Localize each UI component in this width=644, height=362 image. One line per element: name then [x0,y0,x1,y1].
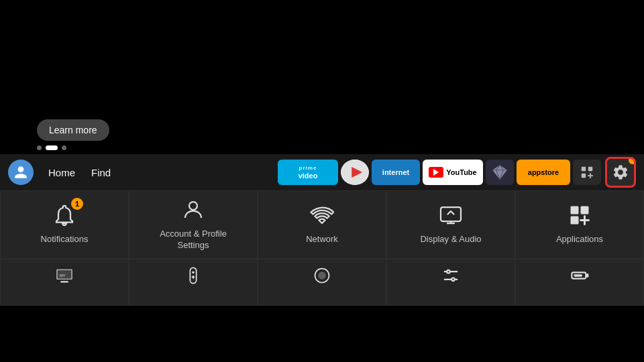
account-icon [181,198,205,222]
internet-tile[interactable]: internet [372,160,420,185]
my-fire-tv-cell[interactable]: MY [0,259,129,306]
svg-rect-11 [60,281,68,282]
display-icon [439,203,463,227]
accessibility-icon-container [570,266,589,285]
appstore-tile[interactable]: appstore [517,160,570,185]
network-cell[interactable]: Network [258,190,386,259]
svg-rect-2 [582,167,586,171]
applications-cell[interactable]: Applications [515,190,644,259]
svg-rect-8 [581,206,589,215]
applications-icon-container [568,203,592,227]
preferences-cell[interactable] [386,259,515,306]
carousel-dots [37,145,66,150]
settings-row-1: 1 Notifications Account & ProfileSetting… [0,190,644,259]
nav-find[interactable]: Find [83,167,119,178]
youtube-tile[interactable]: YouTube [423,160,483,185]
sliders-icon [441,266,460,285]
play-button-tile[interactable] [341,160,369,185]
applications-label: Applications [556,234,603,245]
alexa-icon-container [313,266,331,285]
app-shortcuts: prime video internet YouTube app [278,157,636,188]
svg-text:MY: MY [60,274,66,278]
svg-rect-3 [588,167,592,171]
youtube-label: YouTube [446,168,476,176]
settings-grid: 1 Notifications Account & ProfileSetting… [0,190,644,306]
user-avatar[interactable] [8,160,34,185]
diamond-icon [491,164,508,181]
svg-rect-4 [582,174,586,178]
settings-gear-icon [612,164,629,181]
user-icon [13,165,28,180]
svg-point-5 [189,202,197,210]
svg-rect-9 [571,217,579,225]
settings-notification-badge [629,157,636,164]
display-audio-label: Display & Audio [420,234,481,245]
learn-more-button[interactable]: Learn more [37,119,109,141]
notifications-cell[interactable]: 1 Notifications [0,190,129,259]
svg-point-19 [318,272,326,280]
youtube-icon [429,167,443,178]
accessibility-cell[interactable] [515,259,644,306]
fire-tv-icon-container: MY [55,266,74,285]
display-icon-container [439,203,463,227]
dot-2[interactable] [46,145,58,150]
svg-point-22 [447,270,450,274]
display-audio-cell[interactable]: Display & Audio [386,190,515,259]
account-icon-container [181,198,205,222]
grid-plus-icon [580,165,594,180]
prime-video-tile[interactable]: prime video [278,160,338,185]
alexa-cell[interactable] [258,259,386,306]
dot-1[interactable] [37,145,42,150]
nav-home[interactable]: Home [40,167,83,178]
account-label: Account & ProfileSettings [160,229,227,251]
hero-area: Learn more [0,0,644,154]
unknown-app-tile[interactable] [486,160,514,185]
notifications-label: Notifications [41,234,89,245]
internet-label: internet [382,168,409,176]
alexa-icon [313,266,331,285]
notifications-badge: 1 [71,198,83,210]
prime-bottom-label: video [299,172,318,180]
grid-plus-tile[interactable] [573,160,601,185]
controllers-cell[interactable] [129,259,258,306]
svg-rect-7 [571,206,579,215]
network-label: Network [306,234,338,245]
battery-icon [570,266,589,285]
preferences-icon-container [441,266,460,285]
remote-icon [184,266,203,285]
youtube-inner: YouTube [429,167,476,178]
settings-row-2: MY [0,259,644,306]
svg-rect-6 [441,207,461,221]
navigation-bar: Home Find prime video internet YouTube [0,154,644,190]
wifi-icon [310,203,334,227]
remote-icon-container [184,266,203,285]
prime-top-label: prime [299,165,317,171]
svg-point-23 [451,278,455,281]
account-profile-cell[interactable]: Account & ProfileSettings [129,190,258,259]
wifi-icon-container [310,203,334,227]
applications-icon [568,203,592,227]
svg-point-15 [192,271,195,274]
dot-3[interactable] [62,145,66,150]
tv-icon: MY [55,266,74,285]
appstore-label: appstore [528,168,559,176]
settings-tile[interactable] [605,157,636,188]
play-circle-icon [342,160,368,185]
